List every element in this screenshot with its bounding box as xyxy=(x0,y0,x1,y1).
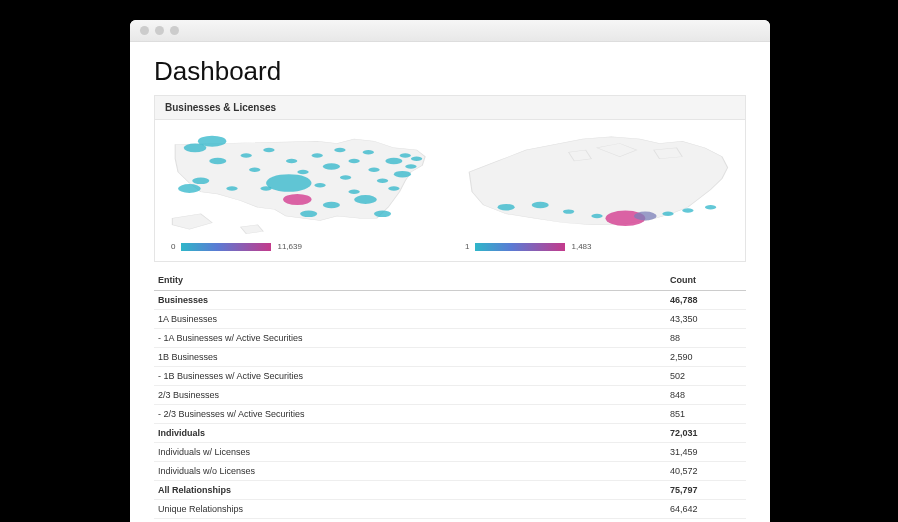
table-row[interactable]: - 1A Businesses w/ Active Securities88 xyxy=(154,329,746,348)
legend-ca-min: 1 xyxy=(465,242,469,251)
map-bubble[interactable] xyxy=(405,164,416,168)
count-cell: 848 xyxy=(666,386,746,405)
minimize-icon[interactable] xyxy=(155,26,164,35)
table-row[interactable]: - 1B Businesses w/ Active Securities502 xyxy=(154,367,746,386)
zoom-icon[interactable] xyxy=(170,26,179,35)
map-bubble[interactable] xyxy=(400,153,411,157)
canada-map-svg xyxy=(455,128,739,238)
entity-cell: - 2/3 Businesses w/ Active Securities xyxy=(154,405,666,424)
page-title: Dashboard xyxy=(154,56,746,87)
table-row[interactable]: 2/3 Businesses848 xyxy=(154,386,746,405)
table-row[interactable]: All Relationships75,797 xyxy=(154,481,746,500)
map-bubble[interactable] xyxy=(226,186,237,190)
entity-cell: All Business to Business Relationships xyxy=(154,519,666,523)
col-entity: Entity xyxy=(154,270,666,291)
map-bubble[interactable] xyxy=(340,175,351,179)
map-bubble[interactable] xyxy=(266,174,311,192)
legend-us: 0 11,639 xyxy=(161,242,445,251)
map-bubble[interactable] xyxy=(323,202,340,209)
map-bubble[interactable] xyxy=(263,148,274,152)
map-canada-canvas xyxy=(455,128,739,238)
map-bubble[interactable] xyxy=(498,204,515,211)
map-bubble[interactable] xyxy=(209,158,226,165)
table-row[interactable]: Individuals w/ Licenses31,459 xyxy=(154,443,746,462)
page-content: Dashboard Businesses & Licenses 0 11,639 xyxy=(130,42,770,522)
map-bubble[interactable] xyxy=(283,194,311,205)
map-bubble[interactable] xyxy=(388,186,399,190)
count-cell: 46,788 xyxy=(666,291,746,310)
count-cell: 75,797 xyxy=(666,481,746,500)
map-bubble[interactable] xyxy=(314,183,325,187)
legend-us-min: 0 xyxy=(171,242,175,251)
map-bubble[interactable] xyxy=(286,159,297,163)
map-bubble[interactable] xyxy=(563,209,574,213)
table-row[interactable]: - 2/3 Businesses w/ Active Securities851 xyxy=(154,405,746,424)
map-bubble[interactable] xyxy=(374,211,391,218)
count-cell: 88 xyxy=(666,329,746,348)
count-cell: 72,031 xyxy=(666,424,746,443)
map-bubble[interactable] xyxy=(192,178,209,185)
legend-gradient-icon xyxy=(181,243,271,251)
entity-cell: Individuals w/ Licenses xyxy=(154,443,666,462)
entity-cell: 2/3 Businesses xyxy=(154,386,666,405)
map-bubble[interactable] xyxy=(348,190,359,194)
table-row[interactable]: 1A Businesses43,350 xyxy=(154,310,746,329)
count-cell: 502 xyxy=(666,367,746,386)
entity-cell: 1B Businesses xyxy=(154,348,666,367)
table-row[interactable]: All Business to Business Relationships4,… xyxy=(154,519,746,523)
map-bubble[interactable] xyxy=(394,171,411,178)
map-bubble[interactable] xyxy=(377,179,388,183)
entity-cell: - 1B Businesses w/ Active Securities xyxy=(154,367,666,386)
entity-cell: Businesses xyxy=(154,291,666,310)
map-bubble[interactable] xyxy=(249,168,260,172)
map-bubble[interactable] xyxy=(682,208,693,212)
map-bubble[interactable] xyxy=(241,153,252,157)
map-bubble[interactable] xyxy=(297,170,308,174)
legend-ca-max: 1,483 xyxy=(571,242,591,251)
maps-row: 0 11,639 1 1,483 xyxy=(154,120,746,262)
map-bubble[interactable] xyxy=(354,195,377,204)
map-bubble[interactable] xyxy=(334,148,345,152)
table-row[interactable]: Individuals72,031 xyxy=(154,424,746,443)
map-bubble[interactable] xyxy=(385,158,402,165)
table-row[interactable]: Unique Relationships64,642 xyxy=(154,500,746,519)
map-bubble[interactable] xyxy=(312,153,323,157)
us-map-svg xyxy=(161,128,445,238)
map-bubble[interactable] xyxy=(178,184,201,193)
map-bubble[interactable] xyxy=(705,205,716,209)
entity-table: Entity Count Businesses46,7881A Business… xyxy=(154,270,746,522)
legend-us-max: 11,639 xyxy=(277,242,301,251)
map-bubble[interactable] xyxy=(591,214,602,218)
map-bubble[interactable] xyxy=(634,212,657,221)
entity-cell: - 1A Businesses w/ Active Securities xyxy=(154,329,666,348)
table-row[interactable]: Businesses46,788 xyxy=(154,291,746,310)
entity-cell: 1A Businesses xyxy=(154,310,666,329)
map-bubble[interactable] xyxy=(662,212,673,216)
map-bubble[interactable] xyxy=(368,168,379,172)
map-bubble[interactable] xyxy=(363,150,374,154)
count-cell: 851 xyxy=(666,405,746,424)
entity-cell: Individuals w/o Licenses xyxy=(154,462,666,481)
count-cell: 31,459 xyxy=(666,443,746,462)
entity-cell: Unique Relationships xyxy=(154,500,666,519)
table-row[interactable]: 1B Businesses2,590 xyxy=(154,348,746,367)
count-cell: 43,350 xyxy=(666,310,746,329)
map-bubble[interactable] xyxy=(300,211,317,218)
table-row[interactable]: Individuals w/o Licenses40,572 xyxy=(154,462,746,481)
map-bubble[interactable] xyxy=(532,202,549,209)
legend-ca: 1 1,483 xyxy=(455,242,739,251)
panel-heading: Businesses & Licenses xyxy=(154,95,746,120)
browser-window: Dashboard Businesses & Licenses 0 11,639 xyxy=(130,20,770,522)
map-bubble[interactable] xyxy=(198,136,226,147)
map-bubble[interactable] xyxy=(348,159,359,163)
entity-cell: Individuals xyxy=(154,424,666,443)
count-cell: 64,642 xyxy=(666,500,746,519)
map-bubble[interactable] xyxy=(323,163,340,170)
count-cell: 2,590 xyxy=(666,348,746,367)
map-bubble[interactable] xyxy=(411,157,422,161)
close-icon[interactable] xyxy=(140,26,149,35)
legend-gradient-icon xyxy=(475,243,565,251)
map-us-canvas xyxy=(161,128,445,238)
map-us[interactable]: 0 11,639 xyxy=(161,128,445,251)
map-canada[interactable]: 1 1,483 xyxy=(455,128,739,251)
